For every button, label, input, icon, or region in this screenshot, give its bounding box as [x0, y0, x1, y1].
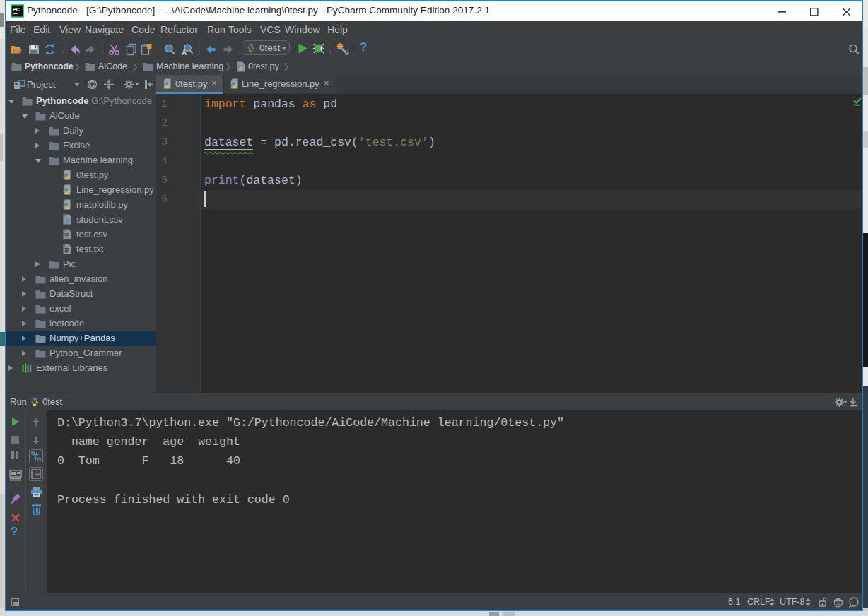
svg-text:A: A: [182, 49, 187, 57]
svg-text:PC: PC: [13, 7, 20, 12]
